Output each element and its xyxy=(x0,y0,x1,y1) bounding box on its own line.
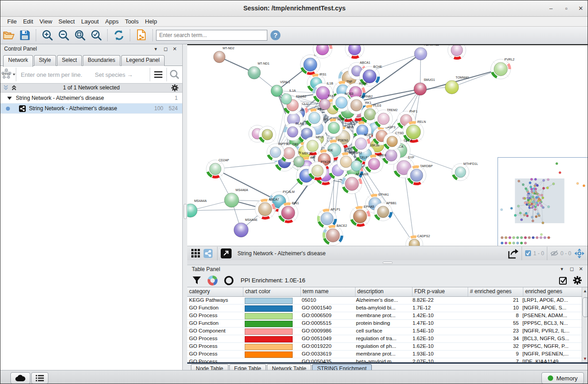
birdseye-toggle-icon[interactable] xyxy=(204,249,213,258)
piechart-icon[interactable] xyxy=(207,275,218,286)
tab-boundaries[interactable]: Boundaries xyxy=(83,55,120,66)
network-collection-row[interactable]: String Network - Alzheimer's disease 1 xyxy=(0,93,182,103)
network-options-gear-icon[interactable] xyxy=(171,84,179,92)
memory-button[interactable]: Memory xyxy=(541,372,584,384)
network-node[interactable]: MS4A6A xyxy=(224,188,248,207)
menu-view[interactable]: View xyxy=(36,17,55,26)
birdseye-overview[interactable] xyxy=(498,157,588,246)
zoom-fit-button[interactable] xyxy=(72,28,88,42)
panel-splitter-grip[interactable] xyxy=(184,204,187,219)
column-header-5[interactable]: # enriched genes xyxy=(468,287,523,296)
network-from-file-button[interactable] xyxy=(134,28,149,42)
table-settings-gear-icon[interactable] xyxy=(573,276,582,285)
column-header-0[interactable]: category xyxy=(187,287,243,296)
network-node[interactable]: TOMM40 xyxy=(445,76,469,94)
zoom-out-button[interactable] xyxy=(56,28,71,42)
filter-icon[interactable] xyxy=(192,276,202,286)
horizontal-splitter-grip[interactable] xyxy=(383,262,393,264)
table-row[interactable]: GO ProcessGO:0006509membrane prot...1.42… xyxy=(187,312,588,320)
table-row[interactable]: GO ComponentGO:0009986cell surface1.54E-… xyxy=(187,328,588,335)
scrollbar-thumb[interactable] xyxy=(583,297,588,317)
zoom-selected-button[interactable] xyxy=(89,28,104,42)
table-row[interactable]: GO FunctionGO:0001540beta-amyloid bi...1… xyxy=(187,304,588,312)
column-header-6[interactable]: enriched genes xyxy=(523,287,582,296)
menu-apps[interactable]: Apps xyxy=(102,17,122,26)
grid-view-icon[interactable] xyxy=(191,248,201,258)
species-selector[interactable]: Set species → xyxy=(95,71,150,78)
network-node[interactable]: MT-ND2 xyxy=(213,47,234,63)
search-input[interactable] xyxy=(156,30,267,41)
network-canvas[interactable]: MT-ND2MT-ND1VSNL1GAB2IRS1CHATABCA1BCHEIL… xyxy=(187,44,588,246)
refresh-icon xyxy=(114,30,124,41)
string-app-icon[interactable]: STRING xyxy=(0,67,16,82)
network-node[interactable] xyxy=(345,45,364,58)
tab-legend-panel[interactable]: Legend Panel xyxy=(121,55,165,66)
menu-edit[interactable]: Edit xyxy=(20,17,36,26)
table-row[interactable]: GO FunctionGO:0005515protein binding1.47… xyxy=(187,320,588,328)
open-in-tab-icon[interactable] xyxy=(220,248,232,259)
network-node[interactable]: CADPS2 xyxy=(406,234,430,246)
column-header-3[interactable]: description xyxy=(356,287,413,296)
network-node[interactable]: CD2AP xyxy=(206,159,229,178)
string-options-icon[interactable] xyxy=(150,69,166,80)
string-query-input[interactable]: Enter one term per line. xyxy=(21,71,82,78)
table-float-icon[interactable]: ◻ xyxy=(570,266,574,272)
tab-select[interactable]: Select xyxy=(57,55,82,66)
menu-layout[interactable]: Layout xyxy=(78,17,102,26)
table-collapse-icon[interactable]: ▾ xyxy=(560,266,563,272)
column-header-2[interactable]: term name xyxy=(301,287,356,296)
panel-float-icon[interactable]: ◻ xyxy=(164,46,168,52)
task-list-button[interactable] xyxy=(31,372,48,384)
scroll-up-arrow[interactable]: ▲ xyxy=(582,289,588,293)
menu-tools[interactable]: Tools xyxy=(122,17,142,26)
refresh-button[interactable] xyxy=(111,28,127,42)
open-session-button[interactable] xyxy=(1,28,16,42)
menu-file[interactable]: File xyxy=(4,17,20,26)
table-row[interactable]: KEGG Pathways05010Alzheimer's dise...8.8… xyxy=(187,297,588,304)
node-label: TARDBP xyxy=(420,164,433,168)
pan-navigate-icon[interactable] xyxy=(574,248,585,259)
network-row-selected[interactable]: String Network - Alzheimer's disease 100… xyxy=(0,103,182,114)
network-node[interactable]: PVRL2 xyxy=(491,58,515,79)
network-node[interactable]: ADAM10 xyxy=(342,173,368,194)
ring-chart-icon[interactable] xyxy=(223,275,234,286)
help-button[interactable]: ? xyxy=(268,28,283,42)
table-scrollbar[interactable]: ▲ ▼ xyxy=(582,287,588,362)
network-node[interactable]: MS4A4E xyxy=(234,218,258,237)
menu-help[interactable]: Help xyxy=(142,17,161,26)
table-row[interactable]: GO ProcessGO:0051049regulation of tra...… xyxy=(187,335,588,343)
scroll-down-arrow[interactable]: ▼ xyxy=(582,356,588,361)
export-network-icon[interactable] xyxy=(507,248,519,259)
network-node[interactable]: MTHFD1L xyxy=(452,162,478,181)
maximize-button[interactable]: ▫ xyxy=(561,4,571,13)
network-node[interactable] xyxy=(448,45,466,59)
network-node[interactable]: SMUG1 xyxy=(414,78,435,95)
network-node[interactable]: TARDBP xyxy=(407,164,433,185)
table-close-icon[interactable]: ✕ xyxy=(579,266,583,272)
close-button[interactable]: ✕ xyxy=(576,4,586,13)
select-columns-icon[interactable] xyxy=(559,276,568,285)
panel-close-icon[interactable]: ✕ xyxy=(173,46,177,52)
column-header-4[interactable]: FDR p-value xyxy=(413,287,468,296)
network-node[interactable]: MS4A4A xyxy=(187,199,207,217)
node-label: APP xyxy=(347,126,353,129)
cell: [PPP5C, NGFR, P... xyxy=(521,343,579,350)
menu-select[interactable]: Select xyxy=(55,17,78,26)
tree-expander-icon[interactable] xyxy=(7,96,12,100)
network-node[interactable]: ADAMTS2 xyxy=(414,45,439,60)
cloud-button[interactable] xyxy=(10,372,30,384)
minimize-button[interactable]: – xyxy=(546,4,556,13)
panel-collapse-icon[interactable]: ▾ xyxy=(154,46,157,52)
table-row[interactable]: GO ProcessGO:0033619membrane prot...1.93… xyxy=(187,351,588,358)
table-row[interactable]: GO ProcessGO:0019220regulation of ph...1… xyxy=(187,343,588,351)
string-search-icon[interactable] xyxy=(167,69,182,80)
tab-style[interactable]: Style xyxy=(34,55,56,66)
save-session-button[interactable] xyxy=(17,28,33,42)
selected-nodes-badge: 1 - 0 xyxy=(525,250,544,257)
network-node[interactable]: MT-ND1 xyxy=(248,62,270,79)
column-header-1[interactable]: chart color xyxy=(243,287,301,296)
tab-network[interactable]: Network xyxy=(3,55,33,67)
zoom-in-button[interactable] xyxy=(40,28,55,42)
network-node[interactable] xyxy=(259,126,276,143)
table-row[interactable]: GO ProcessGO:0050435beta-amyloid m...2.0… xyxy=(187,358,588,362)
